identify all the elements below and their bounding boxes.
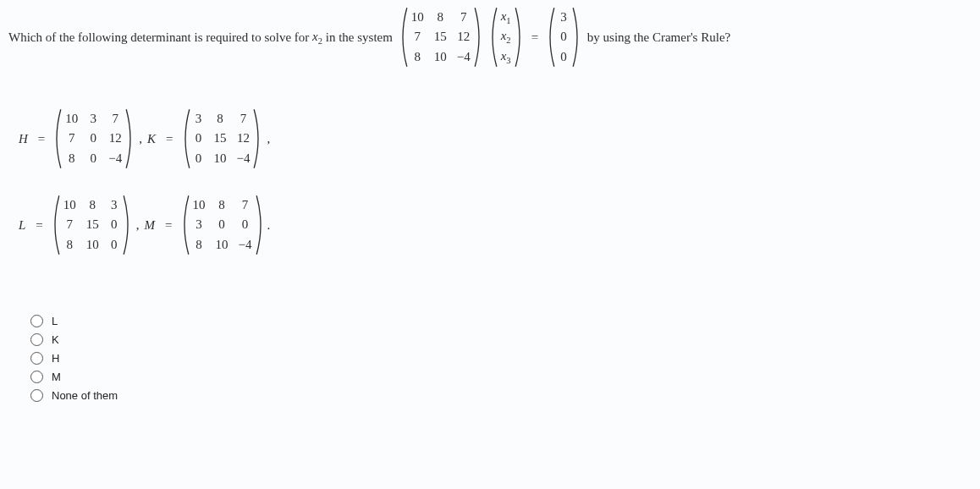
option-label: H — [52, 352, 59, 365]
matrix-M: 1087 300 810−4 — [179, 195, 266, 255]
option-L[interactable]: L — [30, 315, 972, 327]
option-K[interactable]: K — [30, 333, 972, 346]
label-M: M — [145, 218, 161, 233]
option-label: None of them — [52, 389, 118, 402]
option-H[interactable]: H — [30, 352, 972, 365]
matrix-A: 1087 71512 810−4 — [398, 7, 484, 68]
comma: , — [135, 218, 145, 233]
question-text-after: by using the Cramer's Rule? — [584, 30, 730, 45]
question-text-before: Which of the following determinant is re… — [8, 30, 312, 45]
option-label: K — [52, 333, 59, 346]
option-M[interactable]: M — [30, 371, 972, 383]
label-H: H — [19, 132, 33, 146]
vector-b: 3 0 0 — [545, 7, 582, 68]
label-L: L — [19, 218, 30, 233]
vector-x: x1 x2 x3 — [487, 7, 525, 68]
radio-icon[interactable] — [30, 333, 43, 346]
question-variable: x2 — [312, 30, 322, 46]
matrix-L: 1083 7150 8100 — [50, 195, 133, 255]
label-K: K — [147, 132, 161, 146]
period: . — [267, 218, 271, 233]
answer-options: L K H M None of them — [30, 315, 972, 402]
matrix-H: 1037 7012 80−4 — [52, 108, 135, 169]
radio-icon[interactable] — [30, 389, 43, 402]
matrix-definitions: H = 1037 7012 80−4 , K = 387 01512 010−4… — [19, 108, 972, 255]
radio-icon[interactable] — [30, 371, 43, 383]
option-none[interactable]: None of them — [30, 389, 972, 402]
option-label: M — [52, 371, 61, 383]
matrix-K: 387 01512 010−4 — [180, 108, 264, 169]
question-text-mid: in the system — [322, 30, 396, 45]
equals-sign: = — [526, 30, 543, 45]
def-row-HK: H = 1037 7012 80−4 , K = 387 01512 010−4… — [19, 108, 972, 169]
option-label: L — [52, 315, 58, 327]
comma: , — [137, 132, 147, 146]
comma: , — [265, 132, 275, 146]
question-line: Which of the following determinant is re… — [8, 7, 972, 68]
radio-icon[interactable] — [30, 352, 43, 365]
radio-icon[interactable] — [30, 315, 43, 327]
def-row-LM: L = 1083 7150 8100 , M = 1087 300 810−4 … — [19, 195, 972, 255]
